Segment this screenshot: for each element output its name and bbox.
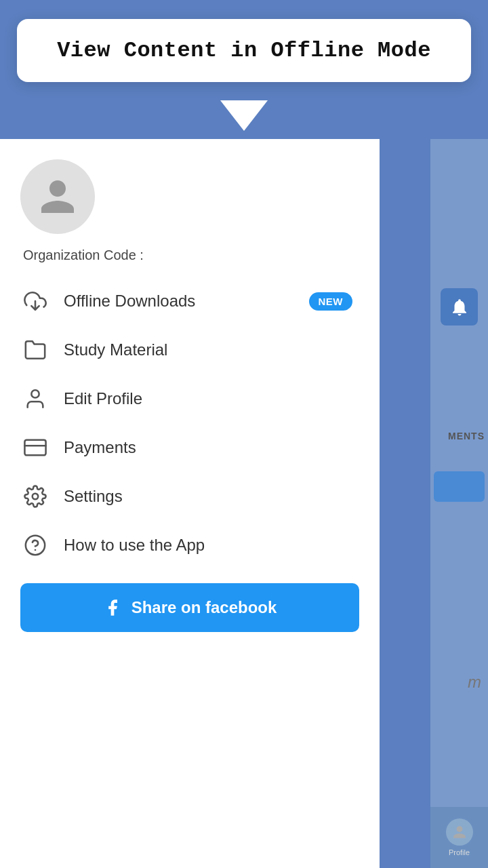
- person-icon: [20, 384, 50, 414]
- download-icon: [20, 286, 50, 316]
- bg-profile-label: Profile: [449, 848, 470, 856]
- bg-blue-button: [434, 471, 485, 502]
- menu-item-edit-profile[interactable]: Edit Profile: [20, 374, 359, 423]
- bg-text-m: m: [468, 673, 481, 692]
- tooltip-box: View Content in Offline Mode: [17, 19, 471, 82]
- facebook-share-button[interactable]: Share on facebook: [20, 583, 359, 632]
- tooltip-arrow: [220, 100, 268, 131]
- folder-icon: [20, 335, 50, 365]
- avatar: [20, 159, 95, 234]
- svg-point-1: [31, 390, 39, 397]
- study-material-label: Study Material: [64, 340, 167, 359]
- menu-item-study-material[interactable]: Study Material: [20, 326, 359, 374]
- menu-item-settings[interactable]: Settings: [20, 472, 359, 521]
- drawer-panel: Organization Code : Offline Downloads NE…: [0, 139, 380, 868]
- payments-label: Payments: [64, 438, 136, 457]
- how-to-use-label: How to use the App: [64, 536, 205, 555]
- tooltip-title: View Content in Offline Mode: [37, 38, 451, 63]
- settings-label: Settings: [64, 487, 123, 506]
- edit-profile-label: Edit Profile: [64, 389, 142, 408]
- card-icon: [20, 433, 50, 462]
- svg-point-5: [26, 536, 45, 555]
- menu-item-how-to-use[interactable]: How to use the App: [20, 521, 359, 570]
- bg-right-panel: MENTS m Profile: [430, 139, 488, 868]
- offline-downloads-label: Offline Downloads: [64, 292, 195, 311]
- notification-icon-bg: [441, 288, 478, 326]
- menu-item-payments[interactable]: Payments: [20, 423, 359, 472]
- svg-point-4: [33, 494, 39, 500]
- assignments-label-bg: MENTS: [448, 431, 485, 441]
- question-icon: [20, 530, 50, 560]
- menu-list: Offline Downloads NEW Study Material Edi…: [20, 277, 359, 570]
- svg-rect-2: [24, 440, 45, 456]
- bg-profile-area: Profile: [430, 807, 488, 868]
- new-badge: NEW: [309, 292, 353, 311]
- facebook-button-label: Share on facebook: [131, 598, 277, 617]
- bg-profile-icon: [446, 818, 473, 846]
- facebook-icon: [103, 598, 122, 617]
- gear-icon: [20, 481, 50, 511]
- menu-item-offline-downloads[interactable]: Offline Downloads NEW: [20, 277, 359, 326]
- org-code-label: Organization Code :: [23, 248, 359, 263]
